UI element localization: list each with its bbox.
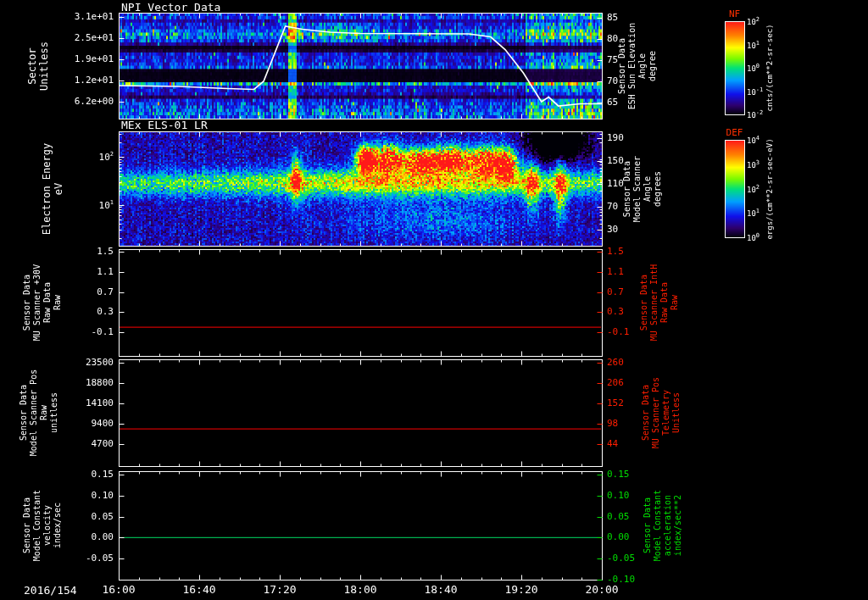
y-axis-label-right: Sensor DataMU Scanner PosTelemetryUnitle… bbox=[641, 377, 682, 448]
y-axis-label-left: Sensor DataModel Scanner PosRawunitless bbox=[19, 369, 59, 456]
y-tick-label-right: 85 bbox=[607, 13, 618, 22]
colorbar-tick-label: 103 bbox=[747, 160, 760, 169]
y-tick-label-right: 110 bbox=[607, 179, 624, 188]
y-axis-label-left: Sensor DataModel Constantvelocityindex/s… bbox=[22, 490, 63, 561]
y-axis-label-right: Sensor DataModel ScannerAngledegrees bbox=[622, 155, 663, 221]
y-tick-label-right: 30 bbox=[607, 225, 618, 234]
y-tick-label-right: 0.05 bbox=[607, 512, 630, 521]
y-tick-label-right: 70 bbox=[607, 202, 618, 211]
y-axis-label-left: SectorUnitless bbox=[26, 42, 51, 91]
y-tick-label-right: 0.15 bbox=[607, 469, 630, 479]
y-tick-label-right: -0.1 bbox=[607, 327, 630, 336]
y-tick-label-right: 0.7 bbox=[607, 287, 624, 297]
y-tick-label-left: 6.2e+00 bbox=[34, 97, 114, 106]
colorbar-unit-label: cnts/(cm**2-sr-sec) bbox=[765, 25, 775, 112]
y-tick-label-right: 150 bbox=[607, 156, 624, 165]
y-tick-label-right: 0.3 bbox=[607, 307, 624, 316]
y-tick-label-right: 152 bbox=[607, 398, 624, 408]
colorbar-tick-label: 101 bbox=[747, 208, 760, 218]
colorbar-tick-label: 100 bbox=[747, 64, 760, 73]
y-tick-label-right: 1.1 bbox=[607, 267, 624, 276]
y-tick-label-left: 0.15 bbox=[34, 469, 114, 479]
x-tick-label: 16:40 bbox=[172, 584, 226, 595]
y-tick-label-right: 98 bbox=[607, 419, 618, 428]
x-tick-label: 20:00 bbox=[575, 584, 629, 595]
colorbar-tick-label: 100 bbox=[747, 233, 760, 242]
y-tick-label-right: 44 bbox=[607, 439, 618, 448]
y-axis-label-right: Sensor DataESH Sun ElevationAngledegree bbox=[617, 22, 658, 108]
y-tick-label-left: 3.1e+01 bbox=[34, 12, 114, 21]
colorbar-tick-label: 101 bbox=[747, 41, 760, 50]
y-tick-label-right: 260 bbox=[607, 358, 624, 367]
y-tick-label-right: 0.10 bbox=[607, 491, 630, 500]
y-tick-label-right: -0.05 bbox=[607, 553, 635, 563]
y-axis-label-right: Sensor DataMU Scanner IntHRaw DataRaw bbox=[639, 264, 680, 341]
colorbar-tick-label: 102 bbox=[747, 17, 760, 26]
y-tick-label-right: 0.00 bbox=[607, 532, 630, 542]
multi-panel-plot-figure: NPI Vector Data MEx ELS-01 LR 2016/154 3… bbox=[0, 0, 868, 600]
panel2-title: MEx ELS-01 LR bbox=[121, 119, 208, 131]
plot-canvas bbox=[0, 0, 868, 600]
y-axis-label-left: Electron EnergyeV bbox=[41, 142, 65, 234]
colorbar-unit-label: ergs/(cm**2-sr-sec-eV) bbox=[765, 138, 775, 239]
y-tick-label-right: 206 bbox=[607, 378, 624, 387]
x-tick-label: 16:00 bbox=[92, 584, 146, 595]
colorbar-tick-label: 104 bbox=[747, 136, 760, 145]
colorbar-tick-label: 102 bbox=[747, 185, 760, 194]
x-tick-label: 18:00 bbox=[333, 584, 387, 595]
y-axis-label-left: Sensor DataMU Scanner +30VRaw DataRaw bbox=[22, 264, 63, 341]
colorbar-tick-label: 10-2 bbox=[747, 110, 763, 119]
y-tick-label-right: 190 bbox=[607, 133, 624, 142]
y-tick-label-left: 23500 bbox=[34, 358, 114, 367]
panel1-title: NPI Vector Data bbox=[121, 1, 220, 14]
x-tick-label: 19:20 bbox=[494, 584, 548, 595]
colorbar-tick-label: 10-1 bbox=[747, 87, 763, 97]
y-tick-label-right: 1.5 bbox=[607, 247, 624, 256]
x-tick-label: 17:20 bbox=[253, 584, 307, 595]
x-tick-label: 18:40 bbox=[414, 584, 468, 595]
x-axis-date-label: 2016/154 bbox=[24, 584, 77, 597]
y-tick-label-left: 1.5 bbox=[34, 247, 114, 256]
y-axis-label-right: Sensor DataModel Constantaccelerationind… bbox=[643, 490, 683, 561]
